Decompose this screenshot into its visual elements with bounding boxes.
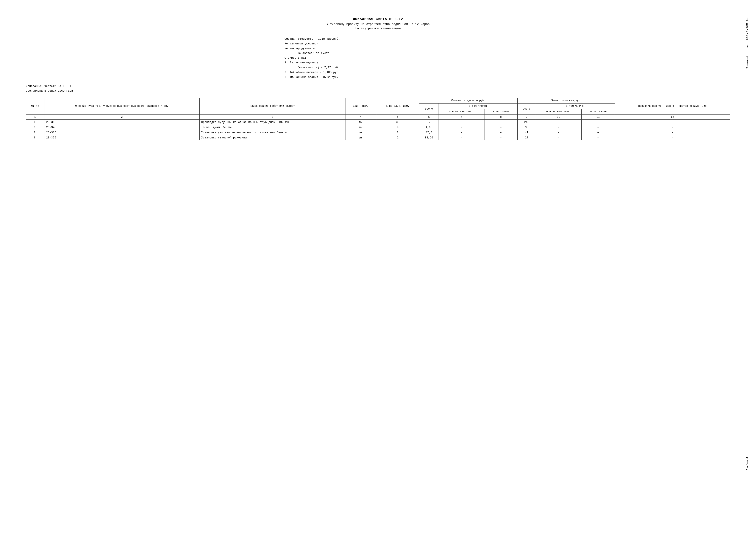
cost-line4: Показатели по смете: (297, 51, 730, 56)
cell-row1-col2: То же, диам. 50 мм (199, 125, 345, 130)
cell-row2-col4: I (376, 130, 419, 135)
cell-row2-col7: – (484, 130, 517, 135)
cell-row1-col10: – (581, 125, 615, 130)
cell-row1-col8: 36 (517, 125, 536, 130)
th-total-ekspl: эспл. машин (581, 109, 615, 115)
basis-block: Основание: чертежи ВК–I + 4 Составлена в… (26, 84, 730, 93)
cell-row0-col6: – (439, 120, 484, 125)
cost-line3: чистая продукция – (284, 46, 730, 51)
cell-row2-col11: – (615, 130, 730, 135)
cell-row1-col3: пм (345, 125, 376, 130)
th-unit-osnov: основ– ная з/пл. (439, 109, 484, 115)
cell-row2-col9: – (536, 130, 581, 135)
cell-row0-col2: Прокладка чугунных канализационных труб … (199, 120, 345, 125)
cell-row2-col8: 4I (517, 130, 536, 135)
basis-line1: Основание: чертежи ВК–I + 4 (26, 84, 730, 89)
col-num-6: 6 (419, 115, 439, 120)
col-num-7: 7 (439, 115, 484, 120)
cell-row2-col2: Установка унитаза керамического со смыв–… (199, 130, 345, 135)
col-number-row: 1 2 3 4 5 6 7 8 9 IO II I2 (26, 115, 730, 120)
cost-line9: 3. 1м3 объема здания – 0,32 руб. (284, 75, 730, 80)
cell-row3-col4: 2 (376, 135, 419, 140)
cell-row1-col7: – (484, 125, 517, 130)
col-num-1: 1 (26, 115, 44, 120)
cost-line6: 1. Расчетную единицу (284, 60, 730, 65)
cell-row0-col8: 243 (517, 120, 536, 125)
cell-row3-col7: – (484, 135, 517, 140)
th-grand-total: всего (517, 103, 536, 115)
th-name: Наименование работ или затрат (199, 98, 345, 115)
cell-row3-col2: Установка стальной раковины (199, 135, 345, 140)
page-subtitle2: На внутреннюю канализацию (26, 27, 730, 30)
th-price-code: № прейс–курантов, укрупнен–ных смет–ных … (44, 98, 199, 115)
th-total-osnov: основ– ная з/пл. (536, 109, 581, 115)
th-num: №№ пп (26, 98, 44, 115)
cell-row3-col0: 4. (26, 135, 44, 140)
col-num-11: II (581, 115, 615, 120)
cell-row0-col3: пм (345, 120, 376, 125)
table-row: 4.23–359Установка стальной раковинышт2I3… (26, 135, 730, 140)
cell-row3-col1: 23–359 (44, 135, 199, 140)
main-table: №№ пп № прейс–курантов, укрупнен–ных сме… (26, 98, 730, 140)
col-num-3: 3 (199, 115, 345, 120)
th-unit-total: всего (419, 103, 439, 115)
cell-row0-col10: – (581, 120, 615, 125)
col-num-8: 8 (484, 115, 517, 120)
cell-row0-col5: 6,75 (419, 120, 439, 125)
side-label-top: Типовой проект 801-3-30М.84 (746, 17, 749, 69)
cell-row0-col0: I. (26, 120, 44, 125)
cell-row2-col3: шт (345, 130, 376, 135)
basis-line2: Составлена в ценах 1969 года (26, 89, 730, 93)
cell-row3-col8: 27 (517, 135, 536, 140)
cell-row2-col0: 3. (26, 130, 44, 135)
cell-row3-col6: – (439, 135, 484, 140)
side-label-bottom: Альбом 4 (746, 457, 749, 470)
cell-row0-col7: – (484, 120, 517, 125)
cell-row3-col5: I3,50 (419, 135, 439, 140)
th-norm: Норматив–ная ус – ловно – чистая продук–… (615, 98, 730, 115)
cell-row0-col4: 36 (376, 120, 419, 125)
cell-row3-col11: – (615, 135, 730, 140)
th-unit-including: в том числе: (439, 103, 517, 109)
table-row: 2.23–34То же, диам. 50 ммпм94,03––36––– (26, 125, 730, 130)
cell-row0-col1: 23–35 (44, 120, 199, 125)
table-row: 3.23–366Установка унитаза керамического … (26, 130, 730, 135)
cost-line2: Нормативная условно- (284, 42, 730, 46)
cell-row0-col9: – (536, 120, 581, 125)
cost-block: Сметная стоимость – I,18 тыс.руб. Нормат… (284, 37, 730, 80)
cell-row1-col6: – (439, 125, 484, 130)
page-title: ЛОКАЛЬНАЯ СМЕТА № I–12 (26, 17, 730, 21)
cell-row2-col1: 23–366 (44, 130, 199, 135)
th-unit-ekspl: эспл. машин (484, 109, 517, 115)
col-num-5: 5 (376, 115, 419, 120)
page-subtitle: к типовому проекту на строительство роди… (26, 22, 730, 26)
cost-line8: 2. 1м2 общей площади – 1,105 руб. (284, 70, 730, 75)
col-num-12: I2 (615, 115, 730, 120)
cell-row2-col5: 4I,3 (419, 130, 439, 135)
cost-line7: (вместимость) – 7,97 руб. (297, 65, 730, 70)
th-qty: К–во един. изм. (376, 98, 419, 115)
cost-line5: Стоимость на: (284, 56, 730, 60)
th-unit-cost-group: Стоимость единицы,руб. (419, 98, 517, 103)
cell-row3-col10: – (581, 135, 615, 140)
cost-line1: Сметная стоимость – I,18 тыс.руб. (284, 37, 730, 42)
table-row: I.23–35Прокладка чугунных канализационны… (26, 120, 730, 125)
cell-row3-col9: – (536, 135, 581, 140)
col-num-4: 4 (345, 115, 376, 120)
th-total-including: в том числе: (536, 103, 615, 109)
cell-row1-col9: – (536, 125, 581, 130)
cell-row1-col4: 9 (376, 125, 419, 130)
cell-row2-col6: – (439, 130, 484, 135)
cell-row2-col10: – (581, 130, 615, 135)
col-num-9: 9 (517, 115, 536, 120)
cell-row1-col1: 23–34 (44, 125, 199, 130)
cell-row1-col5: 4,03 (419, 125, 439, 130)
cell-row1-col0: 2. (26, 125, 44, 130)
th-unit: Един. изм. (345, 98, 376, 115)
col-num-2: 2 (44, 115, 199, 120)
col-num-10: IO (536, 115, 581, 120)
th-total-cost-group: Общая стоимость,руб. (517, 98, 615, 103)
cell-row1-col11: – (615, 125, 730, 130)
cell-row0-col11: – (615, 120, 730, 125)
cell-row3-col3: шт (345, 135, 376, 140)
